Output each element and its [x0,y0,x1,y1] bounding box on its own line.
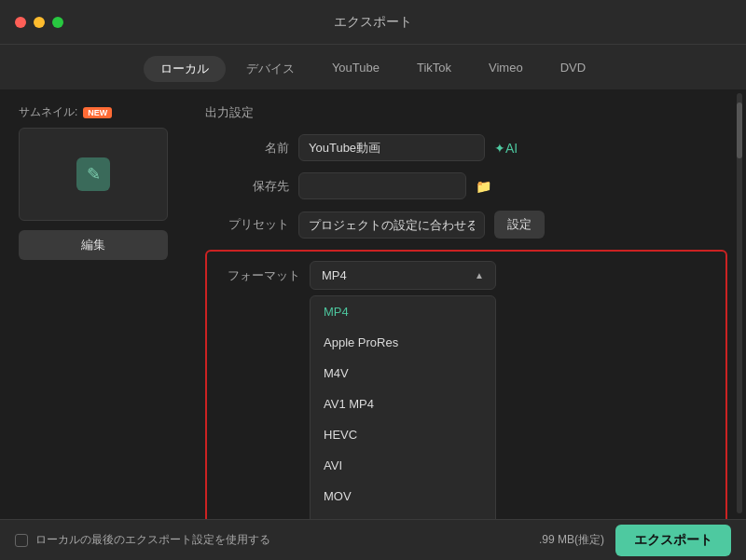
tab-vimeo[interactable]: Vimeo [472,56,540,82]
format-label: フォーマット [216,267,300,284]
scrollbar-thumb[interactable] [737,102,742,158]
use-last-settings-label: ローカルの最後のエクスポート設定を使用する [35,532,270,548]
tab-youtube[interactable]: YouTube [315,56,396,82]
dropdown-item-mov[interactable]: MOV [311,481,495,512]
minimize-button[interactable] [34,17,45,28]
dropdown-item-hevc[interactable]: HEVC [311,419,495,450]
settings-button[interactable]: 設定 [494,211,545,239]
scrollbar-track[interactable] [737,93,742,513]
maximize-button[interactable] [52,17,63,28]
use-last-settings-checkbox[interactable] [15,534,28,547]
thumbnail-box: ✎ [19,128,168,221]
preset-row: プリセット プロジェクトの設定に合わせる 設定 [205,211,727,239]
path-label: 保存先 [205,178,289,195]
format-row: フォーマット MP4 ▲ [216,261,716,290]
format-value: MP4 [322,268,347,282]
path-input[interactable] [298,172,466,199]
format-container: フォーマット MP4 ▲ MP4 Apple ProRes M4V AV1 MP… [205,250,727,560]
bottom-right: .99 MB(推定) エクスポート [539,525,731,556]
edit-button[interactable]: 編集 [19,230,168,260]
right-panel: 出力設定 名前 ✦AI 保存先 📁 プリセット プロジェクトの設定に合わせる 設… [205,104,727,500]
section-title: 出力設定 [205,104,727,121]
dropdown-item-mp4[interactable]: MP4 [311,296,495,327]
name-row: 名前 ✦AI [205,134,727,161]
left-panel: サムネイル: NEW ✎ 編集 [19,104,186,500]
pencil-icon: ✎ [76,157,110,191]
bottom-left: ローカルの最後のエクスポート設定を使用する [15,532,270,548]
bottom-bar: ローカルの最後のエクスポート設定を使用する .99 MB(推定) エクスポート [0,519,746,560]
title-bar: エクスポート [0,0,746,45]
name-input[interactable] [298,134,485,161]
format-select-box[interactable]: MP4 ▲ [310,261,496,290]
name-label: 名前 [205,140,289,157]
dropdown-item-avi[interactable]: AVI [311,450,495,481]
tab-device[interactable]: デバイス [229,56,311,82]
window-controls [15,17,63,28]
ai-icon[interactable]: ✦AI [494,141,518,156]
dropdown-item-av1-mp4[interactable]: AV1 MP4 [311,389,495,419]
window-title: エクスポート [334,14,412,31]
tabs-bar: ローカル デバイス YouTube TikTok Vimeo DVD [0,45,746,89]
file-size: .99 MB(推定) [539,532,604,548]
main-content: サムネイル: NEW ✎ 編集 出力設定 名前 ✦AI 保存先 📁 プリセット … [0,89,746,515]
tab-local[interactable]: ローカル [144,56,226,82]
export-button[interactable]: エクスポート [615,525,731,556]
folder-icon[interactable]: 📁 [476,179,491,194]
path-row: 保存先 📁 [205,172,727,199]
dropdown-item-m4v[interactable]: M4V [311,358,495,389]
thumbnail-label: サムネイル: NEW [19,104,186,120]
tab-tiktok[interactable]: TikTok [400,56,468,82]
tab-dvd[interactable]: DVD [544,56,602,82]
preset-select[interactable]: プロジェクトの設定に合わせる [298,212,485,239]
chevron-up-icon: ▲ [475,270,484,280]
close-button[interactable] [15,17,26,28]
preset-label: プリセット [205,216,289,233]
new-badge: NEW [83,107,112,118]
dropdown-item-apple-prores[interactable]: Apple ProRes [311,327,495,358]
